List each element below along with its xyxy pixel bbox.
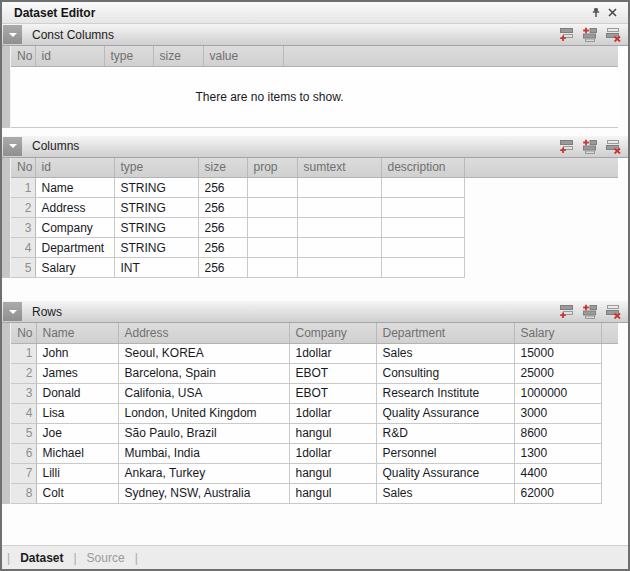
data-cell[interactable]: 256 [198,258,247,278]
data-cell[interactable]: Sydney, NSW, Australia [118,483,289,503]
data-cell[interactable]: Lilli [36,463,118,483]
data-cell[interactable] [297,258,381,278]
data-cell[interactable]: Lisa [36,403,118,423]
delete-row-icon[interactable] [605,27,621,42]
add-row-icon[interactable] [559,304,575,319]
collapse-icon[interactable] [3,302,22,321]
data-cell[interactable]: 1000000 [514,383,601,403]
data-cell[interactable]: Personnel [376,443,514,463]
row-number-cell[interactable]: 1 [11,178,35,198]
column-header-name[interactable]: Name [36,323,118,343]
data-cell[interactable] [297,178,381,198]
column-header-no[interactable]: No [11,323,36,343]
data-cell[interactable]: EBOT [289,383,376,403]
column-header-salary[interactable]: Salary [514,323,601,343]
close-icon[interactable] [604,5,620,21]
data-cell[interactable]: James [36,363,118,383]
insert-row-icon[interactable] [582,139,598,154]
data-cell[interactable]: Name [35,178,114,198]
row-number-cell[interactable]: 5 [11,258,35,278]
data-cell[interactable]: Colt [36,483,118,503]
data-cell[interactable]: 1dollar [289,443,376,463]
row-number-cell[interactable]: 8 [11,483,36,503]
row-number-cell[interactable]: 7 [11,463,36,483]
row-number-cell[interactable]: 3 [11,218,35,238]
data-cell[interactable] [247,218,297,238]
delete-row-icon[interactable] [605,304,621,319]
data-cell[interactable]: 3000 [514,403,601,423]
data-cell[interactable]: Donald [36,383,118,403]
pin-icon[interactable] [588,5,604,21]
data-cell[interactable]: Michael [36,443,118,463]
data-cell[interactable]: hangul [289,423,376,443]
add-row-icon[interactable] [559,27,575,42]
column-header-id[interactable]: id [35,46,104,66]
data-cell[interactable]: Barcelona, Spain [118,363,289,383]
column-header-type[interactable]: type [114,158,198,178]
data-cell[interactable]: Department [35,238,114,258]
data-cell[interactable]: 256 [198,238,247,258]
data-cell[interactable]: 8600 [514,423,601,443]
row-number-cell[interactable]: 3 [11,383,36,403]
data-cell[interactable]: Salary [35,258,114,278]
data-cell[interactable] [381,218,464,238]
tab-source[interactable]: Source [87,551,125,565]
data-cell[interactable] [381,178,464,198]
data-cell[interactable]: STRING [114,218,198,238]
delete-row-icon[interactable] [605,139,621,154]
data-cell[interactable]: Quality Assurance [376,463,514,483]
data-cell[interactable]: 1dollar [289,343,376,363]
column-header-sumtext[interactable]: sumtext [297,158,381,178]
column-header-size[interactable]: size [153,46,203,66]
insert-row-icon[interactable] [582,304,598,319]
data-cell[interactable]: Research Institute [376,383,514,403]
data-cell[interactable] [381,238,464,258]
data-cell[interactable]: STRING [114,178,198,198]
data-cell[interactable] [381,198,464,218]
data-cell[interactable]: 62000 [514,483,601,503]
data-cell[interactable] [297,198,381,218]
row-number-cell[interactable]: 4 [11,403,36,423]
column-header-description[interactable]: description [381,158,464,178]
data-cell[interactable] [247,238,297,258]
data-cell[interactable]: STRING [114,198,198,218]
data-cell[interactable]: 4400 [514,463,601,483]
data-cell[interactable]: hangul [289,483,376,503]
data-cell[interactable]: Sales [376,483,514,503]
column-header-company[interactable]: Company [289,323,376,343]
column-header-id[interactable]: id [35,158,114,178]
data-cell[interactable]: hangul [289,463,376,483]
data-cell[interactable]: 1dollar [289,403,376,423]
data-cell[interactable]: R&D [376,423,514,443]
data-cell[interactable]: Quality Assurance [376,403,514,423]
data-cell[interactable]: John [36,343,118,363]
column-header-address[interactable]: Address [118,323,289,343]
data-cell[interactable] [381,258,464,278]
data-cell[interactable]: Joe [36,423,118,443]
tab-dataset[interactable]: Dataset [20,551,63,565]
data-cell[interactable] [247,258,297,278]
data-cell[interactable]: 25000 [514,363,601,383]
data-cell[interactable]: EBOT [289,363,376,383]
column-header-value[interactable]: value [203,46,283,66]
data-cell[interactable]: Califonia, USA [118,383,289,403]
data-cell[interactable]: INT [114,258,198,278]
row-number-cell[interactable]: 2 [11,363,36,383]
data-cell[interactable]: Mumbai, India [118,443,289,463]
data-cell[interactable]: Seoul, KOREA [118,343,289,363]
data-cell[interactable]: Sales [376,343,514,363]
data-cell[interactable] [247,178,297,198]
row-number-cell[interactable]: 2 [11,198,35,218]
data-cell[interactable]: STRING [114,238,198,258]
column-header-type[interactable]: type [104,46,153,66]
column-header-no[interactable]: No [11,158,35,178]
data-cell[interactable]: 256 [198,198,247,218]
data-cell[interactable]: Consulting [376,363,514,383]
data-cell[interactable]: São Paulo, Brazil [118,423,289,443]
add-row-icon[interactable] [559,139,575,154]
collapse-icon[interactable] [3,25,22,44]
row-number-cell[interactable]: 6 [11,443,36,463]
row-number-cell[interactable]: 5 [11,423,36,443]
collapse-icon[interactable] [3,137,22,156]
data-cell[interactable]: Ankara, Turkey [118,463,289,483]
